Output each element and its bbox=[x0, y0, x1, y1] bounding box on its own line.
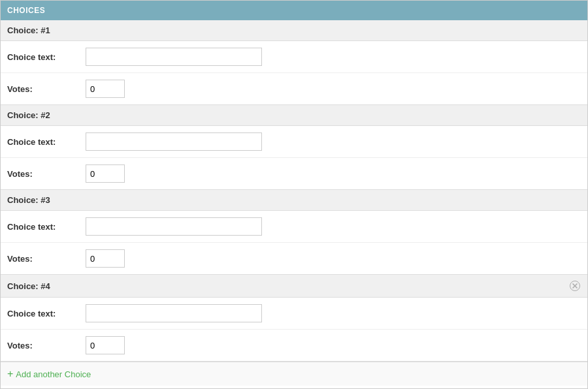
choice-header-3: Choice: #3 bbox=[1, 190, 587, 211]
choice-header-2: Choice: #2 bbox=[1, 105, 587, 126]
choice-text-row-2: Choice text: bbox=[1, 126, 587, 158]
choice-text-label-2: Choice text: bbox=[7, 137, 86, 147]
choice-text-input-4[interactable] bbox=[86, 304, 262, 322]
votes-input-4[interactable] bbox=[86, 336, 125, 354]
choice-text-input-1[interactable] bbox=[86, 48, 262, 66]
section-header-label: CHOICES bbox=[7, 6, 45, 15]
choice-group-2: Choice: #2Choice text:Votes: bbox=[1, 105, 587, 190]
add-another-choice-button[interactable]: + Add another Choice bbox=[7, 369, 91, 379]
choices-section: CHOICES Choice: #1Choice text:Votes:Choi… bbox=[0, 0, 588, 389]
choice-label-3: Choice: #3 bbox=[7, 195, 50, 205]
votes-input-1[interactable] bbox=[86, 80, 125, 98]
delete-choice-4-icon[interactable] bbox=[569, 280, 581, 292]
choices-container: Choice: #1Choice text:Votes:Choice: #2Ch… bbox=[1, 20, 587, 362]
votes-label-1: Votes: bbox=[7, 84, 86, 94]
choice-text-label-4: Choice text: bbox=[7, 309, 86, 319]
choice-text-label-3: Choice text: bbox=[7, 222, 86, 232]
choice-group-1: Choice: #1Choice text:Votes: bbox=[1, 20, 587, 105]
choice-label-4: Choice: #4 bbox=[7, 281, 50, 291]
votes-input-2[interactable] bbox=[86, 164, 125, 183]
choice-text-row-1: Choice text: bbox=[1, 41, 587, 73]
votes-row-1: Votes: bbox=[1, 73, 587, 104]
choice-group-4: Choice: #4 Choice text:Votes: bbox=[1, 275, 587, 362]
choice-text-input-2[interactable] bbox=[86, 132, 262, 151]
choice-text-row-3: Choice text: bbox=[1, 211, 587, 243]
add-another-label: Add another Choice bbox=[16, 369, 91, 379]
votes-row-4: Votes: bbox=[1, 330, 587, 361]
votes-label-3: Votes: bbox=[7, 254, 86, 264]
choice-text-input-3[interactable] bbox=[86, 217, 262, 236]
votes-input-3[interactable] bbox=[86, 249, 125, 268]
add-plus-icon: + bbox=[7, 369, 13, 379]
choice-text-row-4: Choice text: bbox=[1, 298, 587, 330]
votes-row-3: Votes: bbox=[1, 243, 587, 274]
choice-header-4: Choice: #4 bbox=[1, 275, 587, 298]
section-header: CHOICES bbox=[1, 1, 587, 20]
choice-text-label-1: Choice text: bbox=[7, 52, 86, 62]
votes-label-2: Votes: bbox=[7, 169, 86, 179]
add-another-row: + Add another Choice bbox=[1, 362, 587, 386]
choice-group-3: Choice: #3Choice text:Votes: bbox=[1, 190, 587, 275]
choice-label-2: Choice: #2 bbox=[7, 110, 50, 120]
votes-row-2: Votes: bbox=[1, 158, 587, 189]
choice-label-1: Choice: #1 bbox=[7, 25, 50, 35]
votes-label-4: Votes: bbox=[7, 341, 86, 350]
choice-header-1: Choice: #1 bbox=[1, 20, 587, 41]
